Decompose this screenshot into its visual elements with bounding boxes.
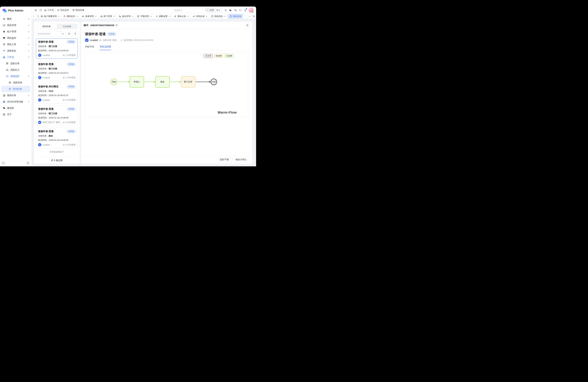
tab-approval-detail[interactable]: 审批详情	[85, 45, 94, 50]
close-icon[interactable]: ✕	[187, 15, 189, 18]
user-avatar[interactable]	[249, 8, 253, 13]
package-icon	[41, 15, 43, 18]
settings-gear-icon[interactable]	[224, 9, 227, 12]
initiator-name: LinaBell	[42, 54, 63, 57]
task-card[interactable]: 请假申请-普通待审核 当前任务：部门主管 提交时间：2025-01-23 14:…	[36, 38, 78, 59]
refresh-icon[interactable]	[39, 9, 42, 12]
sidebar-item-about[interactable]: 关于	[0, 111, 32, 118]
flow-node-start[interactable]: 开始	[111, 79, 117, 85]
copy-icon[interactable]	[115, 24, 118, 26]
tab-param-settings[interactable]: 参数设置✕	[154, 14, 172, 19]
no-more-data-text: 没有更多数据了	[34, 148, 80, 154]
sidebar-item-system-monitor[interactable]: 系统监控	[0, 35, 32, 41]
task-card[interactable]: 请假申请-普通待审核 当前任务：部门主管 提交时间：2025-01-16 14:…	[36, 106, 78, 126]
tab-department-manage[interactable]: 部门管理✕	[99, 14, 117, 19]
sidebar-item-process-definition[interactable]: 流程定义	[0, 67, 32, 73]
tab-code-gen[interactable]: 代码生成✕	[191, 14, 210, 19]
sidebar-item-my-tasks[interactable]: 我的任务	[0, 92, 32, 99]
task-card[interactable]: 请假申请-普通待审核 当前任务：部门主管 提交时间：2025-01-22 10:…	[36, 61, 78, 81]
sidebar-item-process-instance[interactable]: 流程实例	[0, 79, 32, 86]
chevron-down-icon	[28, 37, 30, 39]
task-card[interactable]: 请假申请-并行网关待审核 当前任务：CEO 提交时间：2025-01-18 08…	[36, 83, 78, 104]
open-tabs-bar: ✕ 租户套餐管理✕ 缓存监控✕ 菜单管理✕ 部门管理✕ 岗位管理✕ 字典管理✕ …	[32, 14, 256, 19]
tab-menu-manage[interactable]: 菜单管理✕	[80, 14, 99, 19]
close-icon[interactable]: ✕	[150, 15, 152, 18]
breadcrumb-todo-tasks[interactable]: 待办任务	[72, 9, 84, 12]
close-icon[interactable]: ✕	[58, 15, 60, 18]
close-icon[interactable]: ✕	[132, 15, 133, 18]
breadcrumb-process-monitor[interactable]: 流程监控	[57, 9, 69, 12]
global-search[interactable]: 搜索 ⌘ K	[205, 8, 222, 13]
monitor-icon	[3, 24, 5, 27]
task-card[interactable]: 请假申请-普通待审核 当前任务：组长 提交时间：2025-01-16 14:45…	[36, 128, 78, 148]
tab-notice[interactable]: 通知公告✕	[172, 14, 191, 19]
tabs-scroll-area: ✕ 租户套餐管理✕ 缓存监控✕ 菜单管理✕ 部门管理✕ 岗位管理✕ 字典管理✕ …	[36, 14, 243, 19]
grid-icon	[6, 62, 9, 65]
tab-post-manage[interactable]: 岗位管理✕	[117, 14, 135, 19]
process-intervene-button[interactable]: 流程干预	[217, 157, 231, 162]
sidebar-nav: 概览 系统管理 租户管理 系统监控 系统工具 流程发起	[0, 14, 32, 160]
initiator-name: LinaBell	[42, 144, 63, 146]
sidebar-item-demo-features[interactable]: 演示站专用功能	[0, 99, 32, 105]
close-icon[interactable]: ✕	[169, 15, 170, 18]
change-assignee-button[interactable]: 修改办理人	[233, 157, 250, 162]
sidebar-item-system-tools[interactable]: 系统工具	[0, 41, 32, 47]
language-translate-icon[interactable]	[234, 9, 237, 12]
avatar: 66	[38, 121, 41, 124]
hamburger-menu-icon[interactable]	[34, 9, 37, 12]
collapse-sidebar-button[interactable]	[2, 161, 5, 165]
flow-node-applicant[interactable]: 申请人	[130, 76, 144, 87]
tab-dict-manage[interactable]: 字典管理✕	[135, 14, 154, 19]
overview-menu-icon	[3, 18, 5, 20]
close-icon[interactable]: ✕	[113, 15, 115, 18]
tenant-select-input[interactable]	[172, 8, 203, 13]
tab-my-todo[interactable]: 我的待办✕	[210, 14, 228, 19]
tab-cache-monitor[interactable]: 缓存监控✕	[62, 14, 80, 19]
sidebar-item-todo-tasks[interactable]: 待办任务	[1, 86, 30, 92]
reset-refresh-button[interactable]	[67, 31, 72, 36]
tabs-scroll-left-button[interactable]	[32, 14, 36, 19]
fullscreen-icon[interactable]	[239, 9, 242, 12]
sidebar-item-process-start[interactable]: 流程发起	[0, 47, 32, 54]
tab-todo-tasks-active[interactable]: 待办任务✕	[228, 14, 243, 19]
flow-node-dept-manager[interactable]: 部门主管	[181, 76, 195, 87]
close-icon[interactable]: ✕	[76, 15, 78, 18]
tab-done-tasks[interactable]: 已办任务	[57, 24, 77, 29]
search-button[interactable]	[60, 31, 65, 36]
sidebar-item-overview[interactable]: 概览	[0, 16, 32, 22]
sidebar-item-process-monitor[interactable]: 流程监控	[0, 73, 32, 79]
sidebar-item-tenant-manage[interactable]: 租户管理	[0, 28, 32, 35]
sidebar-item-system-manage[interactable]: 系统管理	[0, 22, 32, 28]
send-icon	[3, 49, 5, 52]
filter-button[interactable]	[73, 31, 78, 36]
tab-approval-flowchart[interactable]: 审批流程图	[100, 45, 111, 50]
app-title: Plus Admin	[8, 9, 23, 12]
sidebar-item-workflow[interactable]: 工作流	[0, 54, 32, 60]
notification-bell-icon[interactable]	[244, 9, 247, 12]
tabs-scroll-right-button[interactable]	[243, 14, 247, 19]
sidebar-item-wechat-group[interactable]: 微信群	[0, 105, 32, 111]
chevron-left-icon	[33, 16, 35, 17]
flow-node-end[interactable]: 结束	[210, 79, 217, 85]
dark-mode-moon-icon[interactable]	[229, 9, 232, 12]
breadcrumb-workflow[interactable]: 工作流	[44, 9, 54, 12]
tab-tenant-package[interactable]: 租户套餐管理✕	[39, 14, 62, 19]
flowchart-canvas[interactable]: 未办理 待办理 已办理 开始 申请人 组长 部门主管 结束 War	[85, 53, 248, 117]
updated-time: 8 天前更新	[63, 143, 76, 146]
tab-clipped[interactable]: ✕	[36, 14, 39, 19]
close-icon[interactable]: ✕	[224, 15, 226, 18]
status-badge: 待审核	[67, 63, 76, 66]
flow-node-team-leader[interactable]: 组长	[155, 76, 170, 87]
pin-sidebar-button[interactable]	[26, 161, 30, 165]
detail-refresh-button[interactable]	[245, 23, 250, 28]
tab-maximize-button[interactable]	[252, 14, 256, 19]
status-badge: 待审核	[67, 130, 76, 133]
legend-pending: 待办理	[214, 54, 223, 58]
close-icon[interactable]: ✕	[95, 15, 97, 18]
process-name-search-input[interactable]	[36, 31, 60, 36]
tab-pending-tasks[interactable]: 待办任务	[36, 24, 57, 29]
close-icon[interactable]: ✕	[206, 15, 208, 18]
sidebar-item-process-category[interactable]: 流程分类	[0, 60, 32, 67]
chevron-down-icon	[28, 50, 30, 51]
tabs-dropdown-button[interactable]	[247, 14, 252, 19]
